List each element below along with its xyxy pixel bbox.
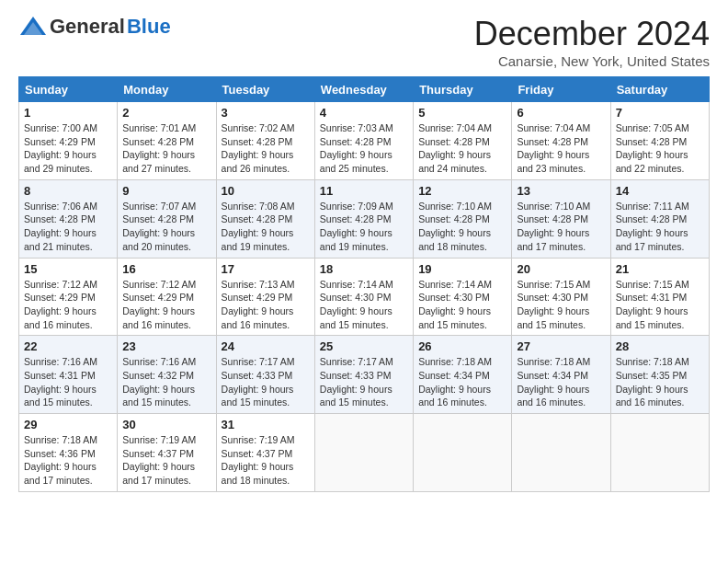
- day-cell: 3Sunrise: 7:02 AM Sunset: 4:28 PM Daylig…: [216, 102, 314, 180]
- day-info: Sunrise: 7:06 AM Sunset: 4:28 PM Dayligh…: [24, 200, 112, 254]
- day-number: 18: [320, 262, 408, 276]
- day-cell: 23Sunrise: 7:16 AM Sunset: 4:32 PM Dayli…: [118, 336, 216, 414]
- day-info: Sunrise: 7:18 AM Sunset: 4:34 PM Dayligh…: [517, 355, 605, 409]
- month-title: December 2024: [474, 15, 710, 53]
- col-tuesday: Tuesday: [216, 77, 314, 102]
- day-info: Sunrise: 7:12 AM Sunset: 4:29 PM Dayligh…: [24, 278, 112, 332]
- day-cell: [314, 414, 413, 492]
- day-number: 13: [517, 184, 605, 198]
- day-cell: 17Sunrise: 7:13 AM Sunset: 4:29 PM Dayli…: [216, 258, 314, 336]
- day-info: Sunrise: 7:15 AM Sunset: 4:30 PM Dayligh…: [517, 278, 605, 332]
- day-number: 14: [616, 184, 704, 198]
- day-cell: 13Sunrise: 7:10 AM Sunset: 4:28 PM Dayli…: [512, 179, 610, 258]
- day-number: 11: [320, 184, 408, 198]
- day-cell: 12Sunrise: 7:10 AM Sunset: 4:28 PM Dayli…: [414, 179, 512, 258]
- day-number: 9: [122, 184, 210, 198]
- day-info: Sunrise: 7:16 AM Sunset: 4:31 PM Dayligh…: [24, 355, 112, 409]
- week-row-1: 1Sunrise: 7:00 AM Sunset: 4:29 PM Daylig…: [19, 102, 710, 180]
- day-number: 15: [24, 262, 112, 276]
- day-number: 16: [122, 262, 210, 276]
- day-cell: 31Sunrise: 7:19 AM Sunset: 4:37 PM Dayli…: [216, 414, 314, 492]
- day-number: 7: [616, 106, 704, 120]
- day-cell: 2Sunrise: 7:01 AM Sunset: 4:28 PM Daylig…: [118, 102, 216, 180]
- col-saturday: Saturday: [610, 77, 709, 102]
- day-cell: 21Sunrise: 7:15 AM Sunset: 4:31 PM Dayli…: [610, 258, 709, 336]
- calendar-table: Sunday Monday Tuesday Wednesday Thursday…: [18, 76, 710, 492]
- day-cell: 16Sunrise: 7:12 AM Sunset: 4:29 PM Dayli…: [118, 258, 216, 336]
- day-cell: 1Sunrise: 7:00 AM Sunset: 4:29 PM Daylig…: [19, 102, 118, 180]
- day-info: Sunrise: 7:19 AM Sunset: 4:37 PM Dayligh…: [222, 433, 310, 488]
- day-number: 4: [320, 106, 408, 120]
- day-info: Sunrise: 7:15 AM Sunset: 4:31 PM Dayligh…: [616, 278, 704, 332]
- day-cell: 5Sunrise: 7:04 AM Sunset: 4:28 PM Daylig…: [414, 102, 512, 180]
- day-number: 8: [24, 184, 112, 198]
- day-info: Sunrise: 7:07 AM Sunset: 4:28 PM Dayligh…: [122, 200, 210, 254]
- day-info: Sunrise: 7:14 AM Sunset: 4:30 PM Dayligh…: [320, 278, 408, 332]
- day-info: Sunrise: 7:02 AM Sunset: 4:28 PM Dayligh…: [222, 121, 310, 176]
- day-info: Sunrise: 7:18 AM Sunset: 4:36 PM Dayligh…: [24, 433, 112, 488]
- day-cell: 18Sunrise: 7:14 AM Sunset: 4:30 PM Dayli…: [314, 258, 413, 336]
- day-info: Sunrise: 7:10 AM Sunset: 4:28 PM Dayligh…: [418, 200, 506, 254]
- day-info: Sunrise: 7:18 AM Sunset: 4:34 PM Dayligh…: [418, 355, 506, 409]
- calendar-header: Sunday Monday Tuesday Wednesday Thursday…: [19, 77, 710, 102]
- day-number: 24: [222, 339, 310, 353]
- page-header: GeneralBlue December 2024 Canarsie, New …: [18, 15, 710, 69]
- day-cell: 7Sunrise: 7:05 AM Sunset: 4:28 PM Daylig…: [610, 102, 709, 180]
- day-number: 10: [222, 184, 310, 198]
- week-row-5: 29Sunrise: 7:18 AM Sunset: 4:36 PM Dayli…: [19, 414, 710, 492]
- day-cell: 15Sunrise: 7:12 AM Sunset: 4:29 PM Dayli…: [19, 258, 118, 336]
- day-number: 22: [24, 339, 112, 353]
- day-number: 3: [222, 106, 310, 120]
- logo-icon: [18, 15, 48, 39]
- day-info: Sunrise: 7:09 AM Sunset: 4:28 PM Dayligh…: [320, 200, 408, 254]
- logo-general-text: General: [50, 16, 125, 38]
- col-wednesday: Wednesday: [314, 77, 413, 102]
- day-cell: 19Sunrise: 7:14 AM Sunset: 4:30 PM Dayli…: [414, 258, 512, 336]
- day-number: 31: [222, 418, 310, 431]
- day-number: 19: [418, 262, 506, 276]
- header-row: Sunday Monday Tuesday Wednesday Thursday…: [19, 77, 710, 102]
- day-info: Sunrise: 7:19 AM Sunset: 4:37 PM Dayligh…: [122, 433, 210, 488]
- logo-blue-text: Blue: [127, 16, 171, 38]
- day-number: 29: [24, 418, 112, 431]
- day-number: 6: [517, 106, 605, 120]
- day-cell: 27Sunrise: 7:18 AM Sunset: 4:34 PM Dayli…: [512, 336, 610, 414]
- day-number: 28: [616, 339, 704, 353]
- day-cell: [610, 414, 709, 492]
- day-cell: 8Sunrise: 7:06 AM Sunset: 4:28 PM Daylig…: [19, 179, 118, 258]
- day-number: 21: [616, 262, 704, 276]
- day-cell: 11Sunrise: 7:09 AM Sunset: 4:28 PM Dayli…: [314, 179, 413, 258]
- week-row-2: 8Sunrise: 7:06 AM Sunset: 4:28 PM Daylig…: [19, 179, 710, 258]
- day-info: Sunrise: 7:03 AM Sunset: 4:28 PM Dayligh…: [320, 121, 408, 176]
- day-number: 12: [418, 184, 506, 198]
- day-number: 23: [122, 339, 210, 353]
- day-number: 20: [517, 262, 605, 276]
- day-number: 26: [418, 339, 506, 353]
- day-cell: 25Sunrise: 7:17 AM Sunset: 4:33 PM Dayli…: [314, 336, 413, 414]
- week-row-4: 22Sunrise: 7:16 AM Sunset: 4:31 PM Dayli…: [19, 336, 710, 414]
- day-cell: 9Sunrise: 7:07 AM Sunset: 4:28 PM Daylig…: [118, 179, 216, 258]
- day-info: Sunrise: 7:17 AM Sunset: 4:33 PM Dayligh…: [320, 355, 408, 409]
- day-info: Sunrise: 7:01 AM Sunset: 4:28 PM Dayligh…: [122, 121, 210, 176]
- day-info: Sunrise: 7:18 AM Sunset: 4:35 PM Dayligh…: [616, 355, 704, 409]
- day-cell: 22Sunrise: 7:16 AM Sunset: 4:31 PM Dayli…: [19, 336, 118, 414]
- day-cell: 4Sunrise: 7:03 AM Sunset: 4:28 PM Daylig…: [314, 102, 413, 180]
- day-cell: 29Sunrise: 7:18 AM Sunset: 4:36 PM Dayli…: [19, 414, 118, 492]
- day-info: Sunrise: 7:04 AM Sunset: 4:28 PM Dayligh…: [517, 121, 605, 176]
- day-cell: 10Sunrise: 7:08 AM Sunset: 4:28 PM Dayli…: [216, 179, 314, 258]
- day-cell: [512, 414, 610, 492]
- location: Canarsie, New York, United States: [474, 53, 710, 69]
- day-number: 27: [517, 339, 605, 353]
- day-number: 30: [122, 418, 210, 431]
- day-info: Sunrise: 7:05 AM Sunset: 4:28 PM Dayligh…: [616, 121, 704, 176]
- day-info: Sunrise: 7:12 AM Sunset: 4:29 PM Dayligh…: [122, 278, 210, 332]
- day-info: Sunrise: 7:14 AM Sunset: 4:30 PM Dayligh…: [418, 278, 506, 332]
- logo: GeneralBlue: [18, 15, 171, 39]
- day-number: 2: [122, 106, 210, 120]
- day-number: 1: [24, 106, 112, 120]
- col-thursday: Thursday: [414, 77, 512, 102]
- day-info: Sunrise: 7:10 AM Sunset: 4:28 PM Dayligh…: [517, 200, 605, 254]
- calendar-body: 1Sunrise: 7:00 AM Sunset: 4:29 PM Daylig…: [19, 102, 710, 492]
- col-sunday: Sunday: [19, 77, 118, 102]
- day-cell: 28Sunrise: 7:18 AM Sunset: 4:35 PM Dayli…: [610, 336, 709, 414]
